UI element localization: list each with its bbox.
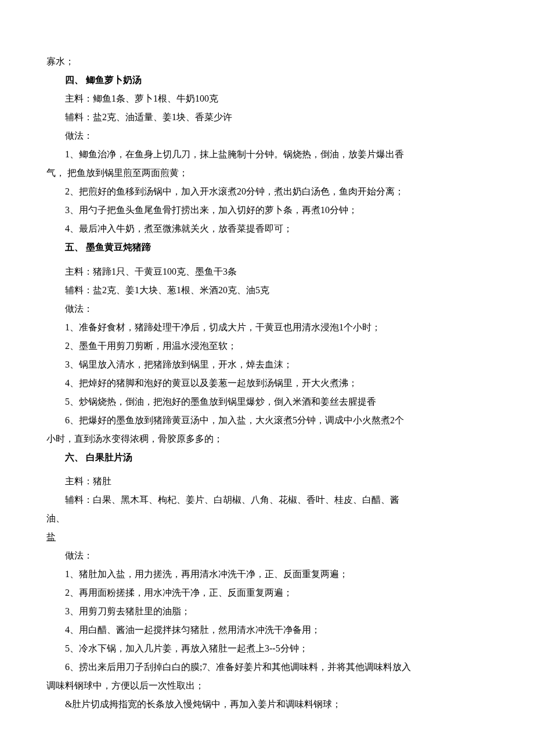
section-4-step: 3、用勺子把鱼头鱼尾鱼骨打捞出来，加入切好的萝卜条，再煮10分钟； <box>46 201 488 219</box>
section-6-step: 2、再用面粉搓揉，用水冲洗干净，正、反面重复两遍； <box>46 584 488 602</box>
section-4-aux: 辅料：盐2克、油适量、姜1块、香菜少许 <box>46 108 488 127</box>
section-6-title: 六、 白果肚片汤 <box>46 448 488 467</box>
section-5-step: 4、把焯好的猪脚和泡好的黄豆以及姜葱一起放到汤锅里，开大火煮沸； <box>46 374 488 393</box>
section-6-step-cont: 调味料钢球中，方便以后一次性取出； <box>46 676 488 695</box>
section-6-step: &肚片切成拇指宽的长条放入慢炖锅中，再加入姜片和调味料钢球； <box>46 695 488 714</box>
section-5-method-label: 做法： <box>46 300 488 318</box>
section-5-step-cont: 小时，直到汤水变得浓稠，骨胶原多多的； <box>46 430 488 448</box>
section-4-step-cont: 气， 把鱼放到锅里煎至两面煎黄； <box>46 164 488 182</box>
section-6-step: 4、用白醋、酱油一起搅拌抹匀猪肚，然用清水冲洗干净备用； <box>46 621 488 639</box>
section-6-step: 6、捞出来后用刀子刮掉白白的膜;7、准备好姜片和其他调味料，并将其他调味料放入 <box>46 658 488 676</box>
section-6-aux-line3: 盐 <box>46 528 56 546</box>
section-6-aux-line1: 辅料：白果、黑木耳、枸杞、姜片、白胡椒、八角、花椒、香叶、桂皮、白醋、酱 <box>46 491 488 509</box>
section-4-main: 主料：鲫鱼1条、萝卜1根、牛奶100克 <box>46 89 488 108</box>
section-4-step: 1、鲫鱼治净，在鱼身上切几刀，抹上盐腌制十分钟。锅烧热，倒油，放姜片爆出香 <box>46 145 488 164</box>
section-5-step: 2、墨鱼干用剪刀剪断，用温水浸泡至软； <box>46 337 488 355</box>
section-6-step: 1、猪肚加入盐，用力搓洗，再用清水冲洗干净，正、反面重复两遍； <box>46 565 488 584</box>
section-4-method-label: 做法： <box>46 127 488 145</box>
section-5-step: 5、炒锅烧热，倒油，把泡好的墨鱼放到锅里爆炒，倒入米酒和姜丝去腥提香 <box>46 393 488 411</box>
section-6-step: 5、冷水下锅，加入几片姜，再放入猪肚一起煮上3--5分钟； <box>46 639 488 658</box>
section-5-step: 1、准备好食材，猪蹄处理干净后，切成大片，干黄豆也用清水浸泡1个小时； <box>46 318 488 337</box>
section-4-step: 2、把煎好的鱼移到汤锅中，加入开水滚煮20分钟，煮出奶白汤色，鱼肉开始分离； <box>46 182 488 201</box>
section-6-step: 3、用剪刀剪去猪肚里的油脂； <box>46 602 488 621</box>
section-6-main: 主料：猪肚 <box>46 472 488 491</box>
section-4-step: 4、最后冲入牛奶，煮至微沸就关火，放香菜提香即可； <box>46 219 488 238</box>
section-5-main: 主料：猪蹄1只、干黄豆100克、墨鱼干3条 <box>46 262 488 281</box>
section-5-aux: 辅料：盐2克、姜1大块、葱1根、米酒20克、油5克 <box>46 281 488 300</box>
section-5-step: 6、把爆好的墨鱼放到猪蹄黄豆汤中，加入盐，大火滚煮5分钟，调成中小火熬煮2个 <box>46 411 488 430</box>
section-6-aux-line2: 油、 <box>46 509 488 528</box>
continuation-fragment: 寡水； <box>46 52 488 71</box>
section-4-title: 四、 鲫鱼萝卜奶汤 <box>46 71 488 89</box>
section-6-method-label: 做法： <box>46 546 488 565</box>
section-5-step: 3、锅里放入清水，把猪蹄放到锅里，开水，焯去血沫； <box>46 355 488 374</box>
section-5-title: 五、 墨鱼黄豆炖猪蹄 <box>46 238 488 257</box>
